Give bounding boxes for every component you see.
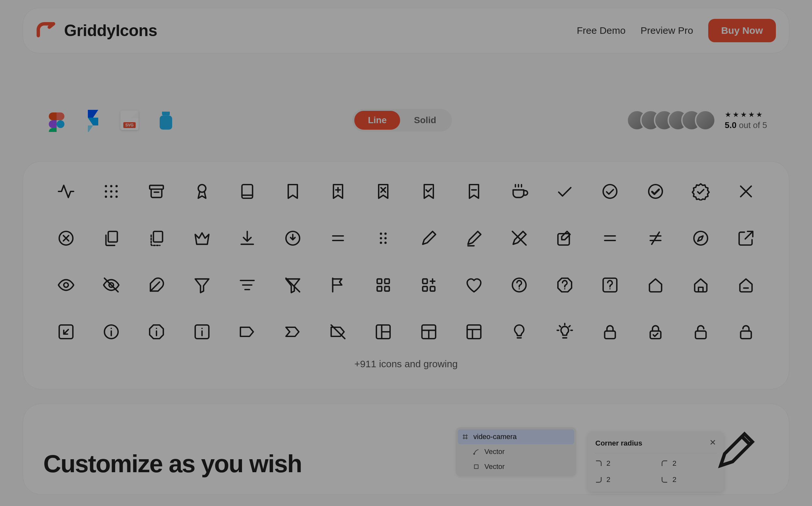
lightbulb-icon[interactable]: [509, 321, 530, 342]
archive-icon[interactable]: [146, 181, 167, 202]
help-octagon-icon[interactable]: [554, 275, 575, 296]
customize-card: Customize as you wish video-camera Vecto…: [23, 404, 789, 495]
svg-point-9: [110, 196, 113, 198]
svg-file-icon: SVG: [118, 108, 141, 132]
layout-top-icon[interactable]: [418, 321, 439, 342]
drag-dots-icon[interactable]: [373, 228, 394, 249]
info-octagon-icon[interactable]: [146, 321, 167, 342]
layers-row-group[interactable]: video-camera: [458, 429, 574, 444]
bookmark-minus-icon[interactable]: [464, 181, 484, 202]
apps-icon[interactable]: [418, 275, 439, 296]
layout-left-icon[interactable]: [373, 321, 394, 342]
activity-icon[interactable]: [56, 181, 76, 202]
style-toggle-solid[interactable]: Solid: [400, 111, 450, 130]
grid-dots-icon[interactable]: [101, 181, 122, 202]
radius-top-left[interactable]: 2: [595, 459, 651, 468]
verified-icon[interactable]: [690, 181, 711, 202]
svg-rect-1: [160, 116, 172, 130]
help-square-icon[interactable]: [600, 275, 620, 296]
label-icon[interactable]: [237, 321, 258, 342]
radius-bottom-right[interactable]: 2: [661, 476, 717, 484]
nav-buy-now[interactable]: Buy Now: [708, 19, 776, 42]
home-alt-icon[interactable]: [690, 275, 711, 296]
rating-score: 5.0: [725, 120, 737, 130]
rating-block: ★★★★★ 5.0 out of 5: [626, 110, 767, 131]
filter-icon[interactable]: [192, 275, 212, 296]
brand: GriddyIcons: [36, 19, 157, 41]
coffee-icon[interactable]: [509, 181, 530, 202]
svg-rect-18: [153, 231, 163, 242]
compass-icon[interactable]: [690, 228, 711, 249]
check-circle-icon[interactable]: [600, 181, 620, 202]
drag-h-icon[interactable]: [328, 228, 348, 249]
download-icon[interactable]: [237, 228, 258, 249]
style-toggle-line[interactable]: Line: [354, 111, 400, 130]
help-circle-icon[interactable]: [509, 275, 530, 296]
radius-bottom-left[interactable]: 2: [595, 476, 651, 484]
vector-square-icon: [473, 463, 480, 470]
unlock-icon[interactable]: [690, 321, 711, 342]
info-square-icon[interactable]: [192, 321, 212, 342]
layers-vector2-name: Vector: [484, 462, 504, 471]
brand-logo-icon: [36, 19, 58, 41]
radius-tl-value: 2: [606, 459, 610, 468]
layers-row-vector-1[interactable]: Vector: [458, 444, 574, 459]
box-arrow-in-icon[interactable]: [56, 321, 76, 342]
edit-square-icon[interactable]: [554, 228, 575, 249]
check-badge-icon[interactable]: [645, 181, 666, 202]
tag-arrow-icon[interactable]: [282, 321, 303, 342]
nav-preview-pro[interactable]: Preview Pro: [640, 25, 693, 36]
corner-radius-title: Corner radius: [595, 439, 642, 447]
grid-icon[interactable]: [373, 275, 394, 296]
lock-icon[interactable]: [600, 321, 620, 342]
equals-icon[interactable]: [600, 228, 620, 249]
idea-icon[interactable]: [554, 321, 575, 342]
eye-icon[interactable]: [56, 275, 76, 296]
lock-check-icon[interactable]: [645, 321, 666, 342]
heart-icon[interactable]: [464, 275, 484, 296]
bookmark-x-icon[interactable]: [373, 181, 394, 202]
check-icon[interactable]: [554, 181, 575, 202]
star-icons: ★★★★★: [725, 110, 767, 119]
nav-free-demo[interactable]: Free Demo: [577, 25, 626, 36]
unlock-alt-icon[interactable]: [736, 321, 756, 342]
x-circle-icon[interactable]: [56, 228, 76, 249]
icon-grid: [43, 181, 769, 342]
bookmark-plus-icon[interactable]: [328, 181, 348, 202]
bookmark-check-icon[interactable]: [418, 181, 439, 202]
pencil-icon[interactable]: [464, 228, 484, 249]
home-icon[interactable]: [645, 275, 666, 296]
framer-icon: [81, 108, 105, 132]
layout-window-icon[interactable]: [464, 321, 484, 342]
tag-off-icon[interactable]: [328, 321, 348, 342]
svg-point-3: [110, 185, 113, 187]
filter-lines-icon[interactable]: [237, 275, 258, 296]
radius-top-right[interactable]: 2: [661, 459, 717, 468]
feather-icon[interactable]: [146, 275, 167, 296]
external-link-icon[interactable]: [736, 228, 756, 249]
svg-rect-53: [695, 331, 706, 339]
book-icon[interactable]: [237, 181, 258, 202]
home-minus-icon[interactable]: [736, 275, 756, 296]
frame-icon: [462, 433, 469, 440]
info-circle-icon[interactable]: [101, 321, 122, 342]
layers-row-vector-2[interactable]: Vector: [458, 459, 574, 474]
edit-pen-icon[interactable]: [418, 228, 439, 249]
svg-point-25: [385, 242, 387, 244]
copy-icon[interactable]: [101, 228, 122, 249]
pen-off-icon[interactable]: [509, 228, 530, 249]
eye-off-icon[interactable]: [101, 275, 122, 296]
not-equal-icon[interactable]: [645, 228, 666, 249]
x-icon[interactable]: [736, 181, 756, 202]
filter-off-icon[interactable]: [282, 275, 303, 296]
flag-icon[interactable]: [328, 275, 348, 296]
award-icon[interactable]: [192, 181, 212, 202]
svg-rect-17: [108, 231, 118, 242]
bookmark-icon[interactable]: [282, 181, 303, 202]
icons-growing-label: +911 icons and growing: [43, 358, 769, 369]
svg-rect-32: [378, 287, 382, 291]
svg-point-8: [105, 196, 107, 198]
crown-icon[interactable]: [192, 228, 212, 249]
copy-dashed-icon[interactable]: [146, 228, 167, 249]
download-circle-icon[interactable]: [282, 228, 303, 249]
